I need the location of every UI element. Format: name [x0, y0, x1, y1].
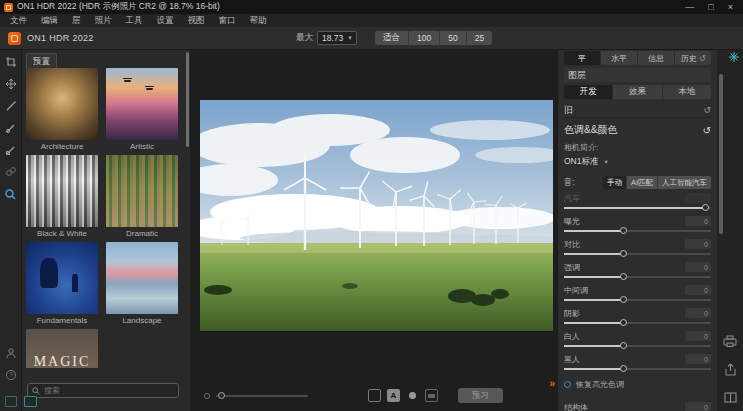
print-icon[interactable] — [723, 335, 737, 349]
slider-whites: 白人0 — [564, 331, 711, 350]
midtones-slider[interactable] — [564, 296, 711, 304]
minimize-icon[interactable]: — — [685, 2, 694, 12]
preset-thumbnail[interactable] — [26, 68, 98, 140]
app-name: ON1 HDR 2022 — [27, 33, 94, 43]
mask-view-icon[interactable] — [368, 389, 381, 402]
contrast-slider[interactable] — [564, 250, 711, 258]
presets-scrollbar[interactable] — [186, 52, 189, 147]
tab-effects[interactable]: 效果 — [613, 85, 662, 99]
slider-shadows: 阴影0 — [564, 308, 711, 327]
preset-black-white[interactable]: Black & White — [26, 155, 98, 238]
face-tool-icon[interactable] — [3, 345, 19, 361]
layers-header[interactable]: 图层 — [564, 68, 711, 82]
tab-info[interactable]: 信息 — [638, 51, 675, 65]
blacks-slider[interactable] — [564, 365, 711, 373]
right-panel: 平 水平 信息 历史 ↺ 图层 开发 效果 本地 旧 ↺ 色调&&颜色 ↺ 相机… — [557, 50, 717, 411]
recover-highlights-toggle[interactable]: 恢复高光色调 — [564, 379, 711, 390]
brush-tool-icon[interactable] — [3, 98, 19, 114]
shadows-slider[interactable] — [564, 319, 711, 327]
menu-tools[interactable]: 工具 — [126, 15, 143, 27]
highlights-slider[interactable] — [564, 273, 711, 281]
compare-a-button[interactable]: A — [387, 389, 400, 402]
view-zoom-tool-icon[interactable] — [3, 186, 19, 202]
tab-history[interactable]: 历史 ↺ — [675, 51, 711, 65]
menu-layer[interactable]: 层 — [72, 15, 81, 27]
slider-auto: 汽车 — [564, 193, 711, 212]
whites-slider[interactable] — [564, 342, 711, 350]
preset-thumbnail[interactable] — [106, 242, 178, 314]
zoom-dropdown[interactable]: 18.73 ▾ — [317, 31, 357, 45]
tone-ai-auto-button[interactable]: 人工智能汽车 — [658, 176, 711, 189]
gradient-mask-tool-icon[interactable] — [3, 142, 19, 158]
move-tool-icon[interactable] — [3, 76, 19, 92]
tab-local[interactable]: 本地 — [663, 85, 711, 99]
preset-thumbnail[interactable] — [26, 242, 98, 314]
tab-levels[interactable]: 水平 — [601, 51, 638, 65]
tone-ai-match-button[interactable]: AI匹配 — [627, 176, 658, 189]
menu-help[interactable]: 帮助 — [250, 15, 267, 27]
compare-icon[interactable] — [724, 392, 737, 405]
preset-search[interactable] — [27, 383, 179, 398]
crop-tool-icon[interactable] — [3, 54, 19, 70]
photo-wind-turbines[interactable] — [200, 100, 553, 331]
menu-window[interactable]: 窗口 — [219, 15, 236, 27]
canvas-area[interactable]: A 预习 » — [190, 50, 557, 411]
zoom-50-button[interactable]: 50 — [440, 31, 466, 45]
preset-thumbnail[interactable] — [106, 155, 178, 227]
zoom-25-button[interactable]: 25 — [467, 31, 492, 45]
preset-artistic[interactable]: Artistic — [106, 68, 178, 151]
preview-button[interactable]: 预习 — [458, 388, 503, 403]
original-preview-icon[interactable] — [425, 389, 438, 402]
maximize-icon[interactable]: □ — [708, 2, 713, 12]
tone-color-section-header[interactable]: 色调&&颜色 ↺ — [564, 122, 711, 138]
preset-architecture[interactable]: Architecture — [26, 68, 98, 151]
app-logo-icon — [4, 3, 13, 12]
preset-thumbnail[interactable]: MAGIC — [26, 329, 98, 368]
help-icon[interactable]: ? — [3, 367, 19, 383]
menu-photo[interactable]: 照片 — [95, 15, 112, 27]
zoom-value: 18.73 — [322, 33, 343, 43]
export-icon[interactable] — [724, 363, 737, 378]
menu-edit[interactable]: 编辑 — [41, 15, 58, 27]
on1-logo-icon — [8, 32, 21, 45]
tone-manual-button[interactable]: 手动 — [603, 176, 627, 189]
collapse-chevron-icon[interactable]: » — [549, 378, 555, 389]
slider-contrast: 对比0 — [564, 239, 711, 258]
opacity-slider[interactable] — [216, 392, 308, 400]
menu-file[interactable]: 文件 — [10, 15, 27, 27]
zoom-fit-segments: 适合 100 50 25 — [375, 31, 492, 45]
right-edge-strip — [717, 50, 743, 411]
brush-size-icon — [204, 393, 210, 399]
preset-dramatic[interactable]: Dramatic — [106, 155, 178, 238]
preset-landscape[interactable]: Landscape — [106, 242, 178, 325]
mask-link-tool-icon[interactable] — [3, 164, 19, 180]
menu-view[interactable]: 视图 — [188, 15, 205, 27]
panel-toggle-canvas-icon[interactable] — [24, 396, 37, 407]
fit-button[interactable]: 适合 — [375, 31, 409, 45]
panel-scrollbar[interactable] — [719, 74, 723, 234]
zoom-100-button[interactable]: 100 — [409, 31, 440, 45]
chevron-down-icon: ▾ — [604, 158, 607, 166]
preset-thumbnail[interactable] — [26, 155, 98, 227]
exposure-slider[interactable] — [564, 227, 711, 235]
preset-magic[interactable]: MAGIC — [26, 329, 98, 368]
tab-navigator[interactable]: 平 — [564, 51, 601, 65]
menu-settings[interactable]: 设置 — [157, 15, 174, 27]
tone-label: 音: — [564, 177, 575, 189]
camera-profile-dropdown[interactable]: ON1标准 ▾ — [564, 156, 711, 168]
bottom-left-toggles — [5, 396, 37, 407]
auto-slider[interactable] — [564, 204, 711, 212]
sync-icon[interactable] — [729, 52, 739, 64]
zoom-label: 最大 — [296, 32, 313, 44]
search-input[interactable] — [44, 386, 174, 395]
close-icon[interactable]: × — [728, 2, 733, 12]
masking-brush-tool-icon[interactable] — [3, 120, 19, 136]
reset-icon[interactable]: ↺ — [703, 105, 711, 115]
tab-develop[interactable]: 开发 — [564, 85, 613, 99]
preset-thumbnail[interactable] — [106, 68, 178, 140]
mask-overlay-icon[interactable] — [406, 389, 419, 402]
reset-icon[interactable]: ↺ — [703, 125, 711, 136]
preset-fundamentals[interactable]: Fundamentals — [26, 242, 98, 325]
panel-toggle-left-icon[interactable] — [5, 396, 17, 407]
collapsed-pane[interactable]: 旧 ↺ — [564, 103, 711, 118]
